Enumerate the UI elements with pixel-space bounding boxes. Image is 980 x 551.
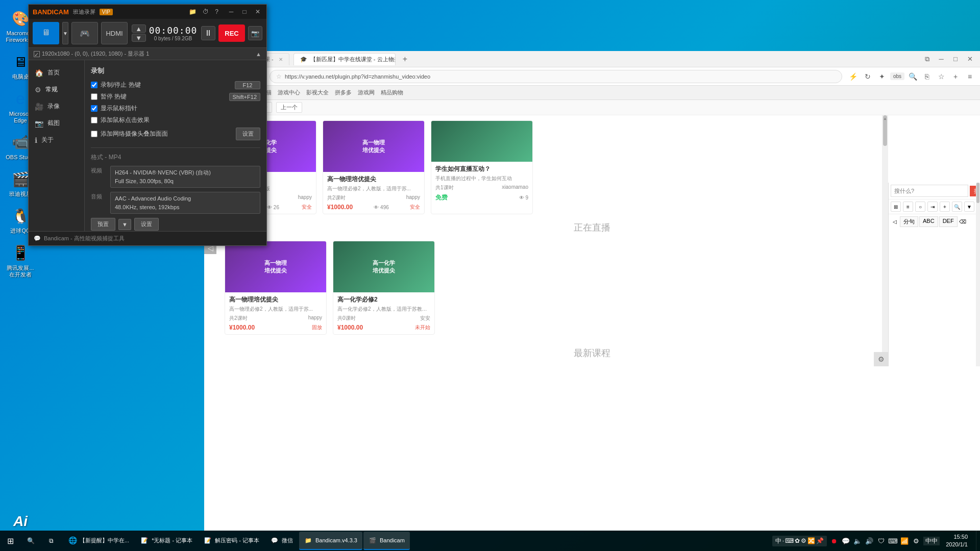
taskbar-start-button[interactable]: ⊞ (0, 531, 20, 551)
screen-mode-dropdown[interactable]: ▼ (62, 22, 68, 44)
sidebar-item-about[interactable]: ℹ 关于 (29, 132, 84, 148)
show-cursor-checkbox[interactable] (91, 105, 97, 112)
bookmark-youxiwang[interactable]: 游戏网 (358, 89, 375, 96)
bookmark-yingshidaquan[interactable]: 影视大全 (306, 89, 329, 96)
ime-search2-button[interactable]: 🔍 (952, 202, 962, 212)
taskbar-search-button[interactable]: 🔍 (20, 531, 41, 551)
taskbar-item-bandicam-app[interactable]: 🎬 Bandicam (363, 532, 410, 550)
bandicam-up-button[interactable]: ▲ (132, 24, 146, 33)
codec-settings-button[interactable]: 设置 (134, 218, 159, 231)
browser-refresh2-button[interactable]: ↻ (862, 70, 874, 83)
right-panel-scrollbar[interactable] (976, 183, 980, 366)
ime-search-input[interactable] (891, 185, 968, 197)
browser-scrollbar[interactable]: ▲ ▼ (882, 115, 888, 366)
bandicam-pause-button[interactable]: ⏸ (201, 26, 215, 40)
browser-extensions-button[interactable]: ⚡ (847, 70, 860, 83)
bandicam-close-button[interactable]: ✕ (253, 7, 262, 16)
language-indicator[interactable]: 中中 (923, 537, 940, 545)
ime-del-btn[interactable]: ⌫ (959, 218, 967, 226)
course-card-physics[interactable]: 高一物理培优提尖 高一物理培优提尖 高一物理必修2，人教版，适用于苏... 共2… (323, 120, 425, 214)
screen-mode-icon: 🖥 (42, 28, 50, 37)
course-price-chemistry-bottom: ¥1000.00 (337, 324, 363, 331)
address-url-text: https://v.yanedu.net/plugin.php?id=zhanm… (285, 73, 836, 80)
titlebar-clock-icon[interactable]: ⏱ (203, 8, 209, 15)
tray-icon-network[interactable]: 🔈 (852, 536, 863, 546)
ime-tab-button[interactable]: ⇥ (927, 202, 938, 212)
taskbar-show-desktop-button[interactable] (976, 531, 980, 551)
bandicam-down-button[interactable]: ▼ (132, 34, 146, 42)
browser-zoom-button[interactable]: + (949, 70, 962, 83)
browser-minimize-button[interactable]: ─ (935, 53, 947, 65)
pagination-prev-button[interactable]: 上一个 (276, 102, 302, 113)
resolution-collapse-icon[interactable]: ▲ (256, 51, 261, 57)
bandicam-device-mode-button[interactable]: HDMI (101, 22, 128, 44)
browser-search-button[interactable]: 🔍 (906, 70, 919, 83)
tray-icon-keyboard2[interactable]: ⌨ (888, 536, 898, 546)
bandicam-minimize-button[interactable]: ─ (227, 7, 236, 16)
taskbar-item-bandicam-file[interactable]: 📁 Bandicam.v4.3.3 (299, 532, 362, 550)
browser-collection-button[interactable]: ☆ (935, 70, 947, 83)
tray-icon-record[interactable]: ⏺ (829, 536, 839, 546)
browser-address-bar[interactable]: ☆ https://v.yanedu.net/plugin.php?id=zha… (270, 70, 842, 83)
taskbar-item-notepad[interactable]: 📝 *无标题 - 记事本 (135, 532, 198, 550)
browser-share-button[interactable]: ⎘ (921, 70, 933, 83)
mouse-effect-checkbox[interactable] (91, 117, 97, 123)
course-card-chemistry-bottom[interactable]: 高一化学培优提尖 高一化学必修2 高一化学必修2，人教版，适用于苏教版、人教版 … (333, 241, 435, 335)
bookmark-pinduoduo[interactable]: 拼多多 (335, 89, 352, 96)
webcam-checkbox[interactable] (91, 131, 97, 137)
browser-duplicate-button[interactable]: ⧉ (921, 53, 933, 65)
bandicam-rec-button[interactable]: REC (218, 24, 245, 42)
sidebar-item-home[interactable]: 🏠 首页 (29, 64, 84, 81)
browser-tab-2[interactable]: 🎓 【新匹屋】中学在线课堂 - 云上物美 ✕ (293, 53, 396, 65)
webcam-settings-button[interactable]: 设置 (236, 128, 260, 140)
ime-add-button[interactable]: + (940, 202, 950, 212)
ime-tray-area[interactable]: 中 · ⌨ ✿ ⚙ 🔀 📌 (772, 536, 827, 546)
browser-maximize-button[interactable]: □ (949, 53, 962, 65)
preset-dropdown-button[interactable]: ▼ (118, 219, 131, 230)
scrollbar-up-button[interactable]: ▲ (882, 115, 888, 121)
browser-menu-button[interactable]: ≡ (964, 70, 976, 83)
ime-circle-button[interactable]: ○ (915, 202, 925, 212)
sidebar-item-schedule[interactable]: 📷 截图 (29, 115, 84, 132)
ime-prev-button[interactable]: ◁ (891, 218, 899, 226)
taskbar-item-edge[interactable]: 🌐 【新提醒】中学在... (63, 532, 134, 550)
ime-key-fenju[interactable]: 分句 (900, 216, 918, 227)
right-panel-scrollbar-thumb[interactable] (976, 183, 979, 203)
tray-icon-settings[interactable]: ⚙ (911, 536, 921, 546)
bandicam-game-mode-button[interactable]: 🎮 (71, 22, 98, 44)
record-shortcut-checkbox[interactable] (91, 82, 97, 88)
ime-grid-view-button[interactable]: ⊞ (891, 202, 901, 212)
browser-reader-button[interactable]: ✦ (876, 70, 888, 83)
taskbar-clock[interactable]: 15:50 2020/1/1 (942, 533, 972, 549)
course-card-physics-bottom[interactable]: 高一物理培优提尖 高一物理培优提尖 高一物理必修2，人教版，适用于苏... 共2… (225, 241, 327, 335)
bandicam-maximize-button[interactable]: □ (240, 7, 249, 16)
browser-new-tab-button[interactable]: + (400, 54, 410, 65)
tray-icon-wifi[interactable]: 📶 (899, 536, 910, 546)
taskbar-task-view-button[interactable]: ⧉ (41, 531, 61, 551)
ime-list-view-button[interactable]: ≡ (903, 202, 913, 212)
preset-button[interactable]: 预置 (91, 218, 115, 231)
bookmark-youxizhongxin[interactable]: 游戏中心 (278, 89, 300, 96)
pause-shortcut-checkbox[interactable] (91, 93, 97, 100)
bookmark-jingpingouwo[interactable]: 精品购物 (381, 89, 403, 96)
bandicam-screenshot-button[interactable]: 📷 (248, 26, 262, 40)
site-settings-button[interactable]: ⚙ (874, 352, 888, 366)
bandicam-screen-mode-button[interactable]: 🖥 (33, 22, 59, 44)
course-thumb-physics: 高一物理培优提尖 (323, 121, 424, 172)
taskbar-item-wechat[interactable]: 💬 微信 (265, 532, 298, 550)
course-card-live[interactable]: 学生如何直播互动？ 手机直播的过程中，学生如何互动 共1课时 xiaomamao… (431, 120, 533, 214)
tray-icon-volume[interactable]: 🔊 (864, 536, 874, 546)
sidebar-item-image[interactable]: 🎥 录像 (29, 98, 84, 115)
ime-dropdown-button[interactable]: ▼ (964, 202, 974, 212)
tray-icon-chat[interactable]: 💬 (841, 536, 851, 546)
browser-close-button[interactable]: ✕ (964, 53, 976, 65)
ime-key-abc[interactable]: ABC (919, 216, 938, 227)
taskbar-item-notepad2[interactable]: 📝 解压密码 - 记事本 (199, 532, 264, 550)
ime-key-def[interactable]: DEF (939, 216, 958, 227)
sidebar-item-general[interactable]: ⚙ 常规 (29, 81, 84, 98)
tray-icon-shield[interactable]: 🛡 (876, 536, 886, 546)
browser-tab-1-close[interactable]: ✕ (279, 57, 283, 62)
titlebar-folder-icon[interactable]: 📁 (189, 8, 197, 15)
resolution-checkbox[interactable]: ✓ (34, 51, 40, 57)
titlebar-question-icon[interactable]: ? (215, 8, 218, 15)
